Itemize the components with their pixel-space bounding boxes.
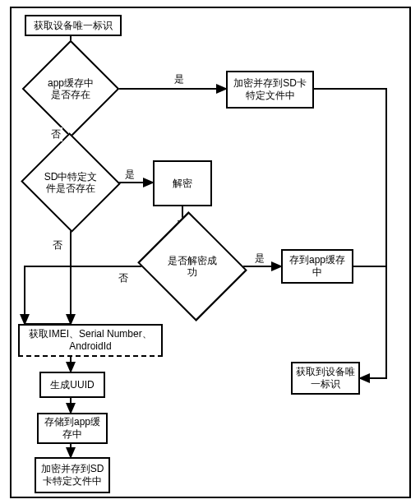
edge-label-no-1: 否 — [49, 127, 62, 141]
node-start-label: 获取设备唯一标识 — [34, 20, 113, 32]
node-result: 获取到设备唯一标识 — [291, 362, 360, 395]
decision-sd-file: SD中特定文件是否存在 — [35, 148, 107, 217]
node-result-label: 获取到设备唯一标识 — [296, 366, 355, 391]
edge-label-yes-3: 是 — [253, 252, 266, 266]
node-decrypt-label: 解密 — [173, 178, 192, 190]
node-save-cache: 存到app缓存中 — [281, 249, 353, 284]
node-get-ids: 获取IMEI、Serial Number、AndroidId — [18, 324, 163, 357]
node-start: 获取设备唯一标识 — [25, 15, 122, 36]
node-gen-uuid: 生成UUID — [39, 372, 105, 398]
node-decrypt: 解密 — [153, 160, 212, 206]
node-get-ids-label: 获取IMEI、Serial Number、AndroidId — [23, 328, 158, 353]
edge-label-yes-1: 是 — [173, 72, 186, 86]
node-store-cache-label: 存储到app缓存中 — [42, 416, 103, 441]
node-encrypt-sd-2: 加密并存到SD卡特定文件中 — [35, 457, 110, 493]
decision-sd-file-label: SD中特定文件是否存在 — [43, 171, 99, 195]
edge-label-yes-2: 是 — [123, 168, 136, 182]
node-encrypt-sd-1: 加密并存到SD卡特定文件中 — [226, 71, 314, 109]
node-encrypt-sd-1-label: 加密并存到SD卡特定文件中 — [231, 77, 309, 102]
flowchart-stage: 获取设备唯一标识 app缓存中是否存在 加密并存到SD卡特定文件中 SD中特定文… — [0, 0, 420, 504]
node-gen-uuid-label: 生成UUID — [50, 379, 94, 391]
node-encrypt-sd-2-label: 加密并存到SD卡特定文件中 — [39, 463, 105, 488]
edge-label-no-2: 否 — [51, 238, 64, 252]
node-store-cache: 存储到app缓存中 — [37, 413, 108, 444]
decision-app-cache: app缓存中是否存在 — [36, 54, 105, 123]
edge-label-no-3: 否 — [117, 271, 130, 285]
decision-app-cache-label: app缓存中是否存在 — [44, 77, 97, 101]
decision-decrypt-ok-label: 是否解密成功 — [164, 255, 220, 279]
decision-decrypt-ok: 是否解密成功 — [156, 230, 228, 303]
node-save-cache-label: 存到app缓存中 — [286, 254, 348, 279]
